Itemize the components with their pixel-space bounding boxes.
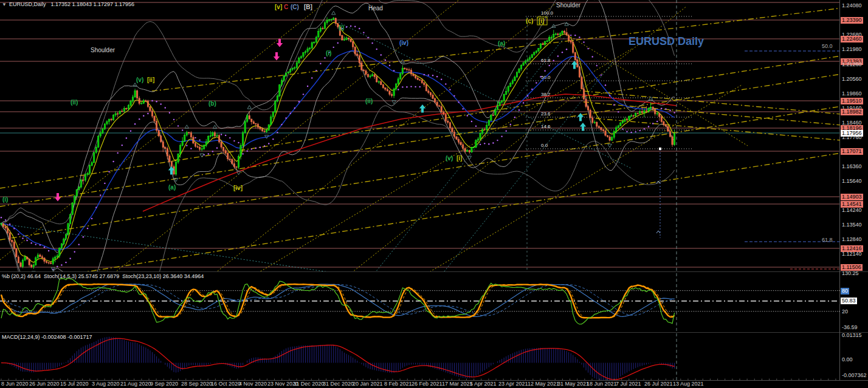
date-axis-label: 31 May 2021 [557,381,589,387]
wave-label: (C) [291,4,299,10]
axis-price-label: 1.20560 [842,76,862,83]
wave-label: (ii) [365,98,373,104]
chart-watermark: EURUSD Daily [629,35,704,48]
date-axis-label: 31 Dec 2020 [323,381,354,387]
axis-price-label: 1.14903 [841,194,863,200]
wave-label: (v) [136,77,143,83]
wave-label: (b) [208,100,216,107]
chart-ohlc-values: 1.17352 1.18043 1.17297 1.17956 [50,1,134,7]
date-axis[interactable]: 8 Jun 202026 Jun 202015 Jul 20203 Aug 20… [0,381,840,388]
axis-price-label: 1.14240 [842,207,862,214]
wave-label: [i] [456,155,462,162]
date-axis-label: 26 Jun 2020 [29,381,60,387]
date-axis-label: 4 Nov 2020 [239,381,267,387]
axis-price-label: 50.83 [841,298,857,304]
fib-extension-label: 50.0 [822,43,833,49]
wave-label: C [284,4,288,10]
label-left-shoulder: Shoulder [91,47,115,53]
axis-price-label: -36.59 [842,324,858,331]
axis-price-label: 1.13540 [842,222,862,228]
axis-price-label: 20 [842,308,848,315]
date-axis-label: 28 Sep 2020 [181,381,212,387]
date-axis-label: 5 Apr 2021 [470,381,497,387]
wave-label: (iv) [399,39,408,46]
axis-price-label: 1.17071 [841,148,863,155]
date-axis-label: 8 Feb 2021 [384,381,412,387]
axis-price-label: 130.25 [842,270,859,277]
label-right-shoulder: Shoulder [556,2,580,9]
fib-level-label: 14.6 [541,124,551,129]
date-axis-label: 12 May 2021 [528,381,559,387]
wave-label: [iv] [233,185,243,191]
axis-price-label: 1.16360 [842,163,862,170]
axis-price-label: 1.12140 [842,251,862,257]
axis-price-label: 1.24080 [842,2,862,9]
date-axis-label: 26 Feb 2021 [412,381,443,387]
axis-price-label: 1.17760 [842,134,862,141]
axis-price-label: 1.18982 [841,109,863,115]
axis-price-label: 1.19510 [841,98,863,104]
date-axis-label: 23 Apr 2021 [498,381,528,387]
wave-label: (i) [326,50,331,56]
wave-label: [B] [304,4,312,10]
macd-indicator-label: MACD(12,24,9) -0.002408 -0.001717 [2,334,92,340]
date-axis-label: 20 Jan 2021 [353,381,383,387]
axis-price-label: 1.12840 [842,236,862,243]
wave-label: (a) [498,40,505,47]
fib-level-label: 23.6 [541,111,551,117]
axis-price-label: 1.19860 [842,90,862,97]
price-axis[interactable]: 1.240801.233901.226801.224601.219801.213… [840,0,868,381]
axis-price-label: 1.15640 [842,178,862,185]
wave-label: (v) [446,155,453,162]
axis-price-label: 1.22460 [841,36,863,43]
wave-label: (i) [339,24,344,31]
date-axis-label: 7 Jul 2021 [616,381,641,387]
fib-level-label: 50.0 [541,75,551,80]
axis-price-label: -0.007362 [842,372,867,379]
fib-level-label: 0.0 [541,143,548,148]
wave-label: (i) [2,196,8,203]
date-axis-label: 9 Sep 2020 [150,381,178,387]
wave-label: [v] [275,4,282,10]
axis-price-label: 80 [841,288,849,294]
label-head: Head [368,5,383,12]
wave-label: (c) [526,18,533,24]
axis-price-label: 1.21260 [842,61,862,68]
stochastic-indicator-label: %b (20,2) 46.64 Stoch(14,5,3) 25.5745 27… [2,273,204,279]
chart-title-bar: ▼EURUSD,Daily1.17352 1.18043 1.17297 1.1… [2,1,134,7]
fib-level-label: 61.8 [541,58,551,63]
date-axis-label: 17 Mar 2021 [442,381,473,387]
date-axis-label: 11 Dec 2020 [294,381,324,387]
price-chart-canvas[interactable]: 100.061.850.038.223.614.60.050.061.8(i)(… [0,0,868,388]
axis-price-label: 0.00 [842,356,853,363]
wave-label: [ii] [147,77,154,83]
date-axis-label: 21 Aug 2020 [120,381,151,387]
date-axis-label: 15 Jul 2020 [60,381,89,387]
fib-extension-label: 61.8 [822,237,833,243]
mt4-chart-window: 100.061.850.038.223.614.60.050.061.8(i)(… [0,0,868,388]
fib-anchor-square [659,148,661,150]
chart-symbol-period: EURUSD,Daily [9,1,46,7]
wave-label: (a) [168,184,176,191]
symbol-dropdown-icon[interactable]: ▼ [2,2,7,7]
axis-price-label: 1.21980 [842,46,862,53]
date-axis-label: 8 Jun 2020 [1,381,29,387]
axis-price-label: 1.23390 [841,17,863,24]
date-axis-label: 26 Jul 2021 [644,381,673,387]
axis-price-label: 0.01315 [842,332,862,339]
date-axis-label: 18 Jun 2021 [587,381,617,387]
date-axis-label: 13 Aug 2021 [673,381,704,387]
wave-label: (ii) [71,99,78,106]
wave-label: [i] [539,18,544,24]
panel-frame [0,0,868,388]
date-axis-label: 16 Oct 2020 [211,381,241,387]
date-axis-label: 3 Aug 2020 [92,381,120,387]
